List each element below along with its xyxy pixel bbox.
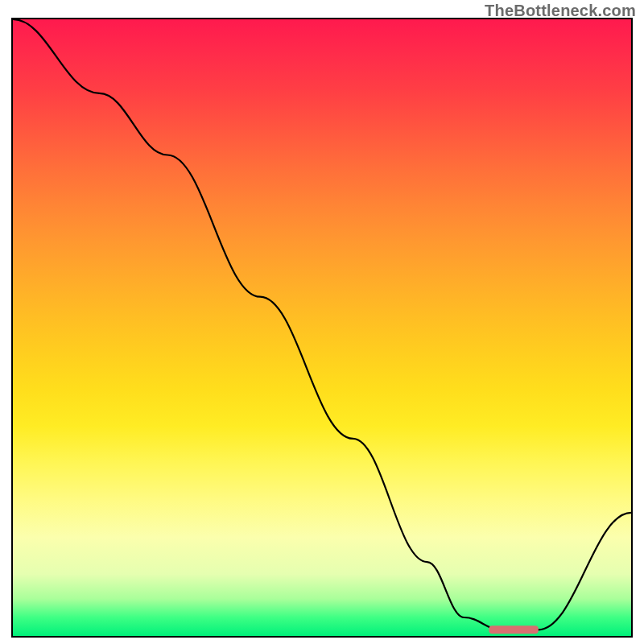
bottleneck-curve-path (13, 19, 631, 630)
optimal-marker-bar (489, 625, 538, 634)
chart-plot-area (11, 18, 633, 638)
bottleneck-curve-svg (13, 19, 631, 636)
